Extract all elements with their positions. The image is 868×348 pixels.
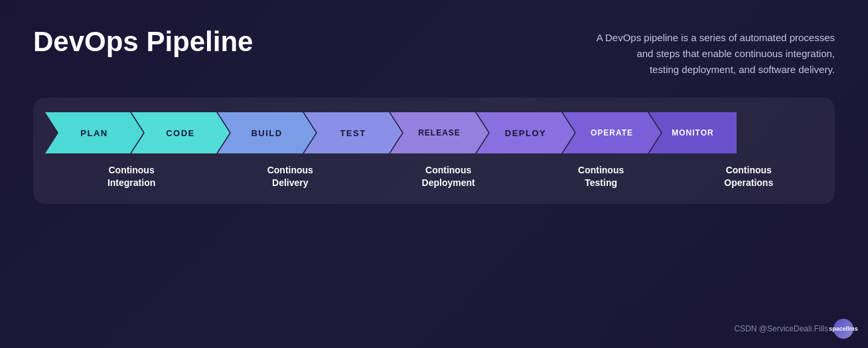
stage-operate-label: OPERATE — [563, 128, 661, 137]
description-text: A DevOps pipeline is a series of automat… — [597, 30, 835, 78]
stage-test-label: TEST — [304, 128, 402, 138]
watermark: CSDN @ServiceDeali.Fills spacellms — [734, 319, 853, 339]
stage-plan: PLAN — [45, 112, 143, 153]
page-title: DevOps Pipeline — [33, 27, 253, 57]
stage-code: CODE — [131, 112, 230, 153]
main-container: DevOps Pipeline A DevOps pipeline is a s… — [0, 0, 868, 348]
arrows-row: PLAN CODE BUILD TEST — [45, 112, 823, 153]
stage-monitor-label: MONITOR — [649, 128, 737, 137]
label-group-2: ContinousDeployment — [369, 164, 527, 189]
stage-release-label: RELEASE — [390, 128, 488, 137]
label-group-0: ContinousIntegration — [52, 164, 211, 189]
label-text-3: ContinousTesting — [578, 164, 624, 189]
stage-deploy-label: DEPLOY — [476, 128, 575, 138]
stage-deploy: DEPLOY — [476, 112, 575, 153]
label-text-0: ContinousIntegration — [108, 164, 155, 189]
stage-operate: OPERATE — [563, 112, 661, 153]
brand-icon: spacellms — [833, 319, 853, 339]
label-group-1: ContinousDelivery — [211, 164, 369, 189]
label-text-4: ContinousOperations — [724, 164, 773, 189]
pipeline-container: PLAN CODE BUILD TEST — [33, 98, 835, 204]
label-text-1: ContinousDelivery — [267, 164, 313, 189]
label-group-4: ContinousOperations — [674, 164, 823, 189]
stage-code-label: CODE — [131, 128, 230, 138]
stage-test: TEST — [304, 112, 402, 153]
stage-plan-label: PLAN — [45, 128, 143, 138]
stage-monitor: MONITOR — [649, 112, 737, 153]
label-group-3: ContinousTesting — [528, 164, 675, 189]
label-text-2: ContinousDeployment — [422, 164, 475, 189]
watermark-text: CSDN @ServiceDeali.Fills — [734, 324, 828, 333]
header-section: DevOps Pipeline A DevOps pipeline is a s… — [33, 27, 835, 78]
labels-row: ContinousIntegrationContinousDeliveryCon… — [45, 164, 823, 189]
stage-build-label: BUILD — [218, 128, 316, 138]
stage-build: BUILD — [218, 112, 316, 153]
stage-release: RELEASE — [390, 112, 488, 153]
